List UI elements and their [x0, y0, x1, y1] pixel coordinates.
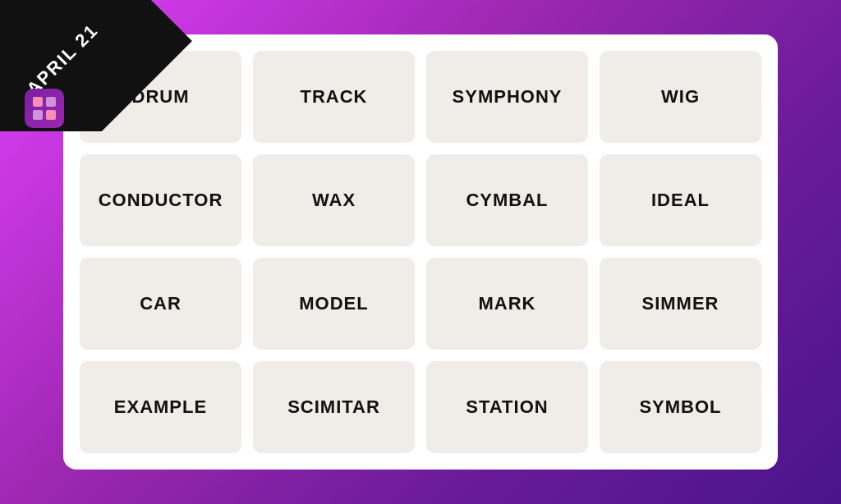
word-label: WIG	[661, 86, 700, 108]
word-label: SYMBOL	[639, 396, 721, 418]
word-card[interactable]: IDEAL	[600, 154, 761, 246]
word-label: SIMMER	[642, 293, 719, 314]
word-card[interactable]: STATION	[426, 361, 588, 453]
word-label: STATION	[466, 396, 548, 418]
word-label: IDEAL	[651, 190, 710, 211]
word-card[interactable]: CAR	[80, 258, 241, 350]
word-card[interactable]: MARK	[426, 258, 588, 350]
word-card[interactable]: CONDUCTOR	[80, 154, 241, 246]
word-card[interactable]: WIG	[600, 51, 761, 143]
word-card[interactable]: SYMBOL	[600, 361, 761, 453]
svg-rect-0	[33, 97, 43, 107]
word-card[interactable]: TRACK	[253, 51, 415, 143]
word-label: MARK	[479, 293, 536, 314]
word-card[interactable]: MODEL	[253, 258, 415, 350]
word-label: EXAMPLE	[114, 396, 207, 418]
word-card[interactable]: WAX	[253, 154, 415, 246]
word-label: TRACK	[301, 86, 368, 108]
word-label: SYMPHONY	[453, 86, 563, 108]
word-label: CYMBAL	[466, 190, 548, 211]
word-label: CAR	[140, 293, 182, 314]
word-label: CONDUCTOR	[99, 190, 223, 211]
app-icon	[25, 89, 64, 128]
word-card[interactable]: SCIMITAR	[253, 361, 415, 453]
svg-rect-2	[33, 110, 43, 120]
svg-rect-1	[46, 97, 56, 107]
word-card[interactable]: SYMPHONY	[426, 51, 588, 143]
word-label: MODEL	[299, 293, 368, 314]
word-card[interactable]: EXAMPLE	[80, 361, 241, 453]
svg-rect-3	[46, 110, 56, 120]
word-label: WAX	[312, 190, 356, 211]
word-label: SCIMITAR	[287, 396, 380, 418]
word-card[interactable]: CYMBAL	[426, 154, 588, 246]
word-card[interactable]: SIMMER	[600, 258, 761, 350]
